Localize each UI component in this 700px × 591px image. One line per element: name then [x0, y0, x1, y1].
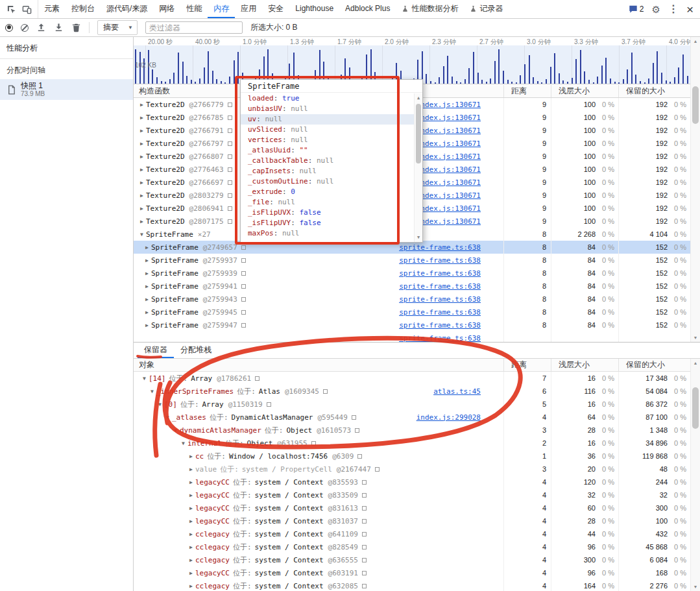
tab-retainers[interactable]: 保留器	[138, 343, 174, 358]
reveal-object-icon[interactable]	[228, 154, 232, 159]
source-link[interactable]: sprite-frame.ts:638	[399, 295, 481, 304]
tab-allocation-stack[interactable]: 分配堆栈	[174, 343, 218, 358]
expand-icon[interactable]: ▶	[138, 141, 146, 147]
expand-icon[interactable]: ▶	[143, 296, 151, 302]
reveal-object-icon[interactable]	[228, 115, 232, 120]
column-header-distance[interactable]: 距离	[503, 85, 551, 97]
expand-icon[interactable]: ▶	[187, 557, 195, 563]
record-heap-snapshot-icon[interactable]	[5, 24, 13, 32]
source-link[interactable]: sprite-frame.ts:638	[399, 269, 481, 278]
reveal-object-icon[interactable]	[241, 297, 246, 302]
source-link[interactable]: index.js:130671	[416, 127, 481, 135]
column-header-shallow-size[interactable]: 浅层大小	[551, 359, 618, 371]
scroll-down-icon[interactable]: ▼	[691, 583, 700, 591]
collapse-icon[interactable]: ▼	[156, 402, 164, 407]
tab-performance-insights[interactable]: 性能数据分析	[396, 0, 464, 18]
tab-adblock-plus[interactable]: Adblock Plus	[339, 0, 396, 18]
expand-icon[interactable]: ▶	[187, 505, 195, 511]
expand-icon[interactable]: ▶	[187, 479, 195, 485]
reveal-object-icon[interactable]	[228, 141, 232, 146]
expand-icon[interactable]: ▶	[138, 180, 146, 186]
source-link[interactable]: index.js:130671	[416, 165, 481, 174]
scrollbar-thumb[interactable]	[692, 86, 699, 124]
expand-icon[interactable]: ▶	[138, 154, 146, 160]
expand-icon[interactable]: ▶	[187, 570, 195, 576]
retainer-row[interactable]: ▶ value 位于: system / PropertyCell @21674…	[134, 463, 690, 476]
perspective-dropdown[interactable]: 摘要 ▼	[97, 20, 138, 35]
reveal-object-icon[interactable]	[375, 467, 380, 472]
scrollbar-thumb[interactable]	[416, 104, 421, 163]
retainer-row[interactable]: ▶ cc 位于: Window / localhost:7456 @6309 1…	[134, 450, 690, 463]
reveal-object-icon[interactable]	[362, 519, 367, 524]
messages-button[interactable]: 2	[629, 5, 644, 14]
collapse-icon[interactable]: ▼	[140, 376, 149, 381]
constructor-row[interactable]: ▶ SpriteFrame @2759947 sprite-frame.ts:6…	[134, 319, 690, 332]
reveal-object-icon[interactable]	[241, 310, 246, 315]
column-header-retained-size[interactable]: 保留的大小	[618, 359, 690, 371]
class-filter-input[interactable]	[145, 21, 243, 34]
column-header-object[interactable]: 对象	[134, 359, 503, 371]
retainer-row[interactable]: ▼ internal 位于: Object @631955 2 160 % 34…	[134, 437, 690, 450]
expand-icon[interactable]: ▶	[138, 128, 146, 134]
reveal-object-icon[interactable]	[241, 323, 246, 328]
expand-icon[interactable]: ▶	[187, 453, 195, 459]
reveal-object-icon[interactable]	[311, 441, 316, 446]
expand-icon[interactable]: ▶	[187, 531, 195, 537]
retainer-row[interactable]: ▶ legacyCC 位于: system / Context @831613 …	[134, 501, 690, 514]
source-link[interactable]: index.js:299028	[416, 413, 481, 422]
tab-memory[interactable]: 内存	[208, 0, 235, 18]
settings-gear-icon[interactable]: ⚙	[651, 5, 660, 14]
expand-icon[interactable]: ▶	[187, 492, 195, 498]
column-header-distance[interactable]: 距离	[503, 359, 551, 371]
constructor-row[interactable]: ▶ SpriteFrame @2759945 sprite-frame.ts:6…	[134, 306, 690, 319]
collapse-icon[interactable]: ▼	[171, 428, 180, 433]
reveal-object-icon[interactable]	[241, 284, 246, 289]
source-link[interactable]: sprite-frame.ts:638	[399, 308, 481, 317]
expand-icon[interactable]: ▶	[143, 258, 151, 263]
expand-icon[interactable]: ▶	[143, 271, 151, 276]
reveal-object-icon[interactable]	[228, 103, 232, 107]
retainer-row[interactable]: ▶ legacyCC 位于: system / Context @835593 …	[134, 476, 690, 488]
reveal-object-icon[interactable]	[362, 480, 367, 485]
reveal-object-icon[interactable]	[241, 271, 246, 276]
expand-icon[interactable]: ▶	[138, 193, 146, 199]
source-link[interactable]: atlas.ts:45	[433, 387, 481, 396]
popup-scrollbar[interactable]: ▲ ▼	[414, 93, 422, 242]
reveal-object-icon[interactable]	[323, 389, 328, 394]
constructor-row[interactable]: ▶ SpriteFrame @2749657 sprite-frame.ts:6…	[134, 241, 690, 254]
expand-icon[interactable]: ▶	[143, 245, 151, 250]
retainer-row[interactable]: ▶ cclegacy 位于: system / Context @828549 …	[134, 540, 690, 553]
reveal-object-icon[interactable]	[362, 558, 367, 562]
constructor-row[interactable]: ▶ SpriteFrame @2759943 sprite-frame.ts:6…	[134, 293, 690, 306]
source-link[interactable]: index.js:130671	[416, 178, 481, 187]
reveal-object-icon[interactable]	[362, 532, 367, 537]
collapse-icon[interactable]: ▼	[163, 415, 172, 420]
retainer-row[interactable]: ▼ _atlases 位于: DynamicAtlasManager @5954…	[134, 411, 690, 424]
load-profile-icon[interactable]	[36, 23, 46, 32]
reveal-object-icon[interactable]	[228, 193, 232, 198]
expand-icon[interactable]: ▶	[143, 322, 151, 328]
collapse-icon[interactable]: ▼	[138, 232, 146, 237]
tab-lighthouse[interactable]: Lighthouse	[289, 0, 339, 18]
source-link[interactable]: index.js:130671	[416, 101, 481, 109]
source-link[interactable]: sprite-frame.ts:638	[399, 282, 481, 291]
scroll-up-icon[interactable]: ▲	[691, 359, 700, 367]
tab-security[interactable]: 安全	[262, 0, 289, 18]
retainer-row[interactable]: ▼ dynamicAtlasManager 位于: Object @161057…	[134, 424, 690, 437]
main-scrollbar[interactable]: ▲ ▼	[690, 37, 700, 342]
reveal-object-icon[interactable]	[362, 545, 367, 549]
source-link[interactable]: sprite-frame.ts:638	[399, 334, 481, 343]
expand-icon[interactable]: ▶	[187, 518, 195, 524]
reveal-object-icon[interactable]	[362, 584, 367, 588]
reveal-object-icon[interactable]	[228, 167, 232, 172]
tab-sources[interactable]: 源代码/来源	[101, 0, 153, 18]
save-profile-icon[interactable]	[54, 23, 64, 32]
expand-icon[interactable]: ▶	[187, 544, 195, 550]
more-menu-icon[interactable]: ⋮	[668, 4, 679, 14]
reveal-object-icon[interactable]	[355, 428, 359, 433]
column-header-shallow-size[interactable]: 浅层大小	[551, 85, 618, 97]
retainer-row[interactable]: ▶ cclegacy 位于: system / Context @641109 …	[134, 527, 690, 540]
expand-icon[interactable]: ▶	[143, 283, 151, 289]
tab-application[interactable]: 应用	[235, 0, 262, 18]
expand-icon[interactable]: ▶	[187, 583, 195, 589]
